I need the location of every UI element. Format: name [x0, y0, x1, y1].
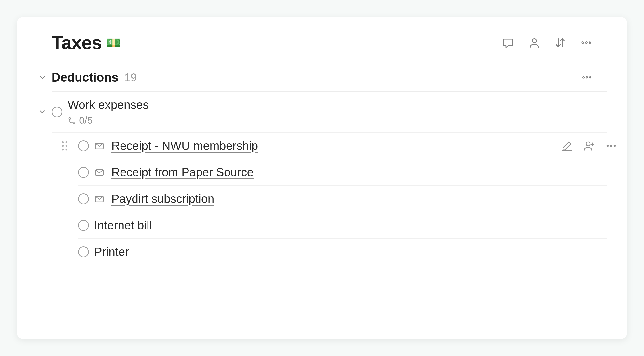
svg-point-2	[586, 42, 587, 44]
task-list: Work expenses 0/5 Receipt -	[52, 92, 607, 265]
task-body: Work expenses 0/5	[68, 98, 149, 126]
project-card: Taxes 💵	[17, 17, 627, 339]
assign-icon[interactable]	[583, 140, 595, 152]
subtask-row[interactable]: Internet bill	[78, 212, 607, 239]
subtask-row[interactable]: Paydirt subscription	[78, 186, 607, 212]
task-row-parent[interactable]: Work expenses 0/5	[52, 92, 607, 133]
comments-icon[interactable]	[502, 36, 514, 49]
svg-point-5	[586, 77, 588, 78]
svg-point-12	[66, 145, 67, 147]
subtask-row[interactable]: Receipt - NWU membership	[78, 133, 607, 159]
task-title: Printer	[94, 245, 129, 258]
svg-point-14	[66, 149, 67, 150]
mail-icon	[94, 141, 104, 151]
svg-point-20	[607, 145, 609, 147]
svg-point-11	[62, 145, 64, 147]
subtask-row[interactable]: Receipt from Paper Source	[78, 159, 607, 186]
subtask-row[interactable]: Printer	[78, 239, 607, 265]
chevron-down-icon[interactable]	[38, 73, 47, 82]
task-checkbox[interactable]	[52, 107, 62, 117]
more-icon[interactable]	[580, 37, 592, 49]
svg-point-22	[614, 145, 616, 147]
section-header[interactable]: Deductions 19	[52, 63, 607, 92]
task-checkbox[interactable]	[78, 167, 89, 178]
svg-point-10	[66, 141, 67, 143]
mail-icon	[94, 167, 104, 178]
svg-point-0	[532, 39, 536, 43]
task-title: Receipt from Paper Source	[112, 165, 254, 179]
svg-point-17	[586, 142, 590, 146]
subtask-progress: 0/5	[79, 115, 93, 126]
svg-point-6	[589, 77, 591, 78]
project-emoji: 💵	[106, 36, 121, 50]
section-title: Deductions	[52, 70, 118, 85]
project-title: Taxes	[52, 32, 102, 53]
person-icon[interactable]	[528, 37, 540, 49]
task-checkbox[interactable]	[78, 193, 89, 204]
svg-point-9	[62, 141, 64, 143]
chevron-down-icon[interactable]	[38, 108, 47, 116]
section-count: 19	[124, 71, 137, 84]
subtask-indicator: 0/5	[68, 115, 149, 126]
task-title: Receipt - NWU membership	[112, 139, 258, 152]
task-title: Paydirt subscription	[112, 192, 214, 205]
task-checkbox[interactable]	[78, 220, 89, 231]
subtask-tree-icon	[68, 116, 76, 125]
task-checkbox[interactable]	[78, 140, 89, 151]
svg-point-1	[582, 42, 584, 44]
header-actions	[502, 36, 592, 49]
edit-icon[interactable]	[561, 140, 573, 152]
task-title: Work expenses	[68, 98, 149, 112]
svg-point-13	[62, 149, 64, 150]
svg-point-3	[589, 42, 591, 44]
task-checkbox[interactable]	[78, 246, 89, 257]
mail-icon	[94, 194, 104, 204]
project-header: Taxes 💵	[17, 17, 627, 63]
svg-point-21	[610, 145, 612, 147]
drag-handle-icon[interactable]	[61, 140, 68, 151]
section-more-button[interactable]	[581, 72, 592, 83]
section: Deductions 19 Work expenses	[17, 63, 627, 265]
subtask-list: Receipt - NWU membership Receipt from Pa…	[78, 133, 607, 265]
sort-icon[interactable]	[554, 37, 566, 49]
row-more-icon[interactable]	[605, 140, 617, 152]
task-title: Internet bill	[94, 218, 152, 232]
row-actions	[561, 140, 617, 152]
title-wrap: Taxes 💵	[52, 32, 121, 53]
svg-point-4	[583, 77, 584, 78]
